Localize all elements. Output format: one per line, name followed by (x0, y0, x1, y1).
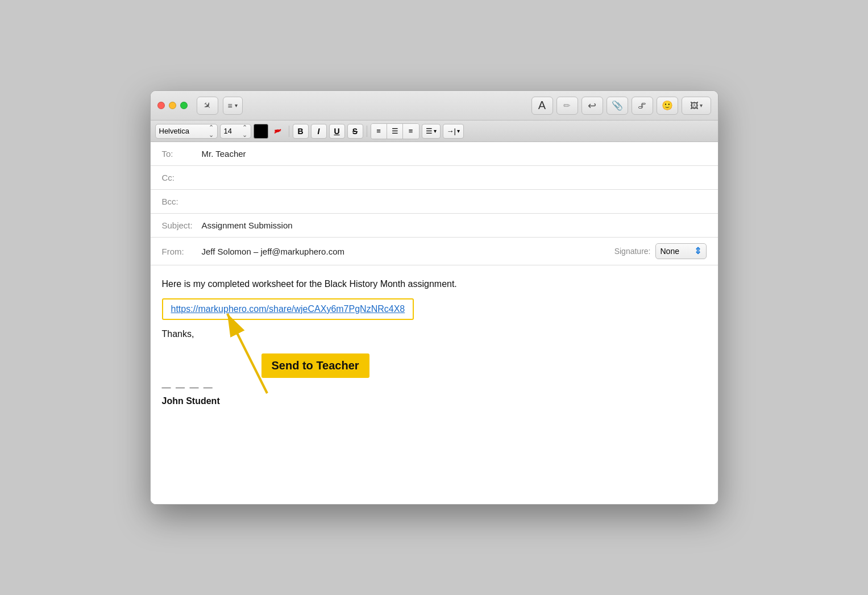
font-size-button[interactable]: A (531, 97, 553, 115)
svg-line-1 (227, 314, 267, 393)
bcc-field-row: Bcc: (151, 190, 718, 214)
reply-icon: ↩ (588, 99, 596, 112)
emoji-icon: 🙂 (662, 100, 673, 111)
from-value: Jeff Solomon – jeff@markuphero.com (202, 247, 614, 256)
signature-value: None (661, 247, 679, 256)
font-name-label: Helvetica (159, 127, 189, 135)
toolbar-right: A ✏ ↩ 📎 🖇 🙂 🖼 ▾ (531, 97, 711, 115)
font-selector[interactable]: Helvetica ⌃⌄ (155, 124, 218, 139)
minimize-button[interactable] (169, 102, 176, 109)
signature-label: Signature: (614, 247, 651, 256)
compose-area[interactable]: Here is my completed worksheet for the B… (151, 265, 718, 504)
to-value[interactable]: Mr. Teacher (202, 149, 246, 159)
italic-button[interactable]: I (311, 124, 327, 139)
bcc-label: Bcc: (162, 197, 202, 206)
send-icon: ✈ (201, 99, 214, 112)
clear-format-button[interactable]: ✒ (271, 124, 285, 139)
body-text: Here is my completed worksheet for the B… (162, 279, 707, 289)
align-center-icon: ☰ (392, 127, 398, 135)
align-left-button[interactable]: ≡ (371, 124, 387, 139)
signature-selector[interactable]: None ⇕ (655, 243, 707, 259)
link-box: https://markuphero.com/share/wjeCAXy6m7P… (162, 298, 414, 320)
list-format-button[interactable]: ☰ ▾ (422, 124, 441, 139)
mail-window: ✈ ≡ ▾ A ✏ ↩ 📎 🖇 🙂 (150, 90, 719, 505)
align-right-icon: ≡ (409, 127, 413, 135)
signature-name: John Student (162, 396, 707, 406)
share-link[interactable]: https://markuphero.com/share/wjeCAXy6m7P… (171, 304, 405, 314)
font-size-icon: A (538, 99, 546, 112)
from-field-row: From: Jeff Solomon – jeff@markuphero.com… (151, 238, 718, 265)
photo-chevron-icon: ▾ (700, 102, 703, 109)
underline-icon: U (334, 127, 339, 136)
attach2-icon: 🖇 (638, 101, 646, 110)
underline-button[interactable]: U (329, 124, 345, 139)
italic-icon: I (318, 127, 320, 136)
markup-button[interactable]: ✏ (556, 97, 578, 115)
attach-button[interactable]: 📎 (607, 97, 628, 115)
signature-dashes: — — — — (162, 382, 707, 393)
attach2-button[interactable]: 🖇 (632, 97, 653, 115)
bold-icon: B (297, 127, 303, 136)
send-button[interactable]: ✈ (197, 97, 218, 115)
send-to-teacher-annotation: Send to Teacher (261, 353, 369, 378)
size-chevron-icon: ⌃⌄ (242, 124, 247, 139)
chevron-down-icon: ▾ (235, 102, 238, 109)
strikethrough-button[interactable]: S (347, 124, 363, 139)
align-center-button[interactable]: ☰ (387, 124, 403, 139)
signature-area: Signature: None ⇕ (614, 243, 707, 259)
subject-label: Subject: (162, 220, 202, 230)
list-button[interactable]: ≡ ▾ (223, 97, 243, 115)
subject-field-row: Subject: Assignment Submission (151, 214, 718, 238)
close-button[interactable] (157, 102, 165, 109)
paperclip-icon: 📎 (612, 100, 623, 111)
font-chevron-icon: ⌃⌄ (209, 124, 214, 139)
traffic-lights (157, 102, 188, 109)
indent-button[interactable]: →| ▾ (443, 124, 464, 139)
font-size-value: 14 (224, 127, 232, 135)
cc-field-row: Cc: (151, 166, 718, 190)
font-size-selector[interactable]: 14 ⌃⌄ (220, 124, 251, 139)
alignment-group: ≡ ☰ ≡ (371, 123, 420, 139)
thanks-text: Thanks, (162, 329, 707, 339)
list-format-icon: ☰ (426, 127, 433, 135)
signature-chevron-icon: ⇕ (694, 247, 701, 256)
format-bar: Helvetica ⌃⌄ 14 ⌃⌄ ✒ B I U S (151, 120, 718, 142)
list-icon: ≡ (228, 101, 232, 110)
bold-button[interactable]: B (293, 124, 309, 139)
list-format-chevron-icon: ▾ (434, 128, 437, 134)
photo-button[interactable]: 🖼 ▾ (682, 97, 711, 115)
reply-button[interactable]: ↩ (582, 97, 603, 115)
maximize-button[interactable] (180, 102, 188, 109)
emoji-button[interactable]: 🙂 (657, 97, 678, 115)
subject-value[interactable]: Assignment Submission (202, 220, 293, 230)
to-label: To: (162, 149, 202, 159)
photo-icon: 🖼 (690, 101, 699, 110)
align-right-button[interactable]: ≡ (403, 124, 419, 139)
align-left-icon: ≡ (376, 127, 381, 135)
title-bar: ✈ ≡ ▾ A ✏ ↩ 📎 🖇 🙂 (151, 91, 718, 120)
to-field-row: To: Mr. Teacher (151, 142, 718, 166)
mail-body: To: Mr. Teacher Cc: Bcc: Subject: Assign… (151, 142, 718, 504)
indent-chevron-icon: ▾ (457, 128, 460, 134)
markup-icon: ✏ (563, 101, 571, 111)
text-color-button[interactable] (254, 124, 268, 139)
strikethrough-icon: S (352, 127, 358, 136)
cc-label: Cc: (162, 173, 202, 182)
from-label: From: (162, 247, 202, 256)
indent-icon: →| (447, 127, 456, 135)
